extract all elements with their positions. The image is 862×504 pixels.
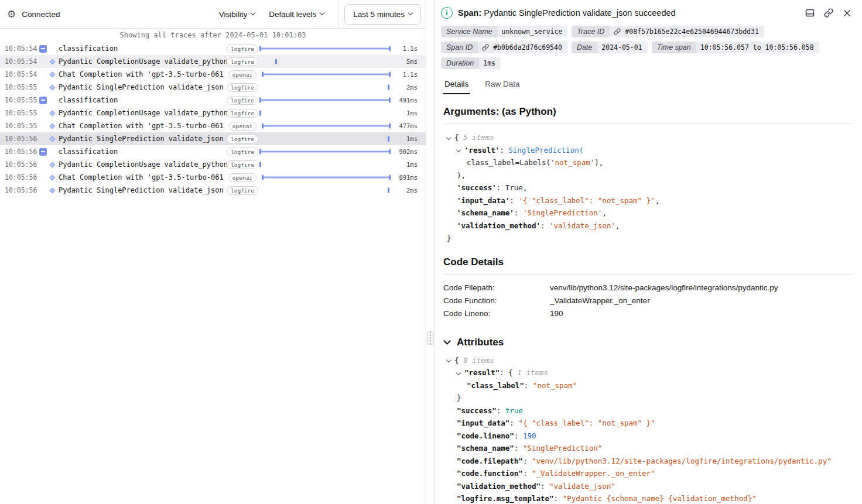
trace-row-time: 10:05:55 [0, 83, 35, 91]
settings-gear-icon[interactable]: ⚙ [7, 9, 16, 19]
span-details-content: Arguments: (as Python) { 5 items'result'… [435, 94, 862, 504]
trace-row-tag: openai [228, 173, 256, 182]
default-levels-dropdown[interactable]: Default levels [269, 10, 324, 19]
copy-link-icon[interactable] [824, 8, 833, 18]
time-range-dropdown[interactable]: Last 5 minutes [344, 4, 421, 25]
trace-row-tag-cell: logfire [228, 135, 257, 143]
info-icon: i [441, 7, 453, 19]
trace-row-label: Chat Completion with 'gpt-3.5-turbo-061 [59, 173, 228, 181]
attributes-heading[interactable]: Attributes [443, 337, 854, 348]
trace-row-icon-cell [35, 176, 59, 180]
trace-row[interactable]: 10:05:56classificationlogfire902ms [0, 145, 426, 158]
trace-row-bar [259, 112, 261, 114]
resize-grip-icon[interactable] [427, 331, 434, 345]
trace-row-time: 10:05:54 [0, 44, 35, 53]
collapse-chevron-icon [443, 337, 451, 345]
trace-row-tag-cell: openai [228, 70, 257, 79]
code-line: "class_label": "not_spam" [443, 379, 854, 392]
collapse-toggle-icon[interactable] [39, 45, 47, 53]
code-line: "logfire.msg_template": "Pydantic {schem… [443, 492, 854, 504]
badge-label: Trace ID [572, 26, 610, 37]
code-token: "_ValidateWrapper._on_enter" [532, 469, 655, 478]
code-token: "success" [457, 406, 497, 415]
trace-row-icon-cell [35, 148, 59, 156]
trace-row[interactable]: 10:05:55Pydantic CompletionUsage validat… [0, 107, 426, 119]
dock-panel-icon[interactable] [805, 8, 815, 18]
expand-chevron-icon[interactable] [456, 148, 461, 152]
code-detail-value: 190 [550, 307, 854, 320]
trace-row[interactable]: 10:05:56Chat Completion with 'gpt-3.5-tu… [0, 171, 426, 184]
trace-row-icon-cell [35, 188, 59, 193]
trace-row-tag: logfire [227, 186, 258, 195]
span-diamond-icon [50, 174, 56, 180]
trace-row-duration: 477ms [396, 122, 426, 129]
trace-row-bar [259, 164, 261, 166]
tab-raw-data[interactable]: Raw Data [484, 77, 521, 94]
code-token: : [541, 482, 549, 491]
span-details-header: i Span: Pydantic SinglePrediction valida… [435, 0, 862, 25]
code-token: 'not_spam' [550, 158, 594, 167]
trace-row[interactable]: 10:05:54Pydantic CompletionUsage validat… [0, 55, 426, 68]
span-diamond-icon [50, 136, 56, 142]
trace-row[interactable]: 10:05:56Pydantic SinglePrediction valida… [0, 132, 426, 145]
trace-row[interactable]: 10:05:54Chat Completion with 'gpt-3.5-tu… [0, 68, 426, 81]
trace-row[interactable]: 10:05:55Pydantic SinglePrediction valida… [0, 81, 426, 94]
visibility-label: Visibility [219, 10, 248, 19]
toolbar-divider [338, 0, 338, 28]
code-token: ), [594, 158, 603, 167]
trace-row-bar [388, 190, 389, 191]
expand-chevron-icon[interactable] [446, 358, 451, 362]
trace-row-icon-cell [35, 85, 59, 90]
link-icon [610, 26, 621, 37]
code-token: "venv/lib/python3.12/site-packages/logfi… [532, 457, 832, 465]
collapse-toggle-icon[interactable] [39, 97, 47, 104]
badge-label: Service Name [441, 26, 498, 37]
trace-row[interactable]: 10:05:56Pydantic CompletionUsage validat… [0, 158, 426, 171]
visibility-dropdown[interactable]: Visibility [219, 10, 255, 19]
span-diamond-icon [50, 187, 56, 193]
code-detail-row: Code Lineno:190 [443, 307, 854, 320]
span-meta-badge: Trace ID#08f57b165e22c4e625046944673bdd3… [572, 26, 764, 37]
trace-row[interactable]: 10:05:55classificationlogfire491ms [0, 94, 426, 107]
trace-row[interactable]: 10:05:54classificationlogfire1.1s [0, 42, 426, 55]
panel-resize-divider[interactable] [426, 0, 435, 504]
code-token: "code.function" [457, 469, 523, 478]
section-rule [443, 274, 854, 275]
trace-row[interactable]: 10:05:55Chat Completion with 'gpt-3.5-tu… [0, 119, 426, 132]
minus-dash [41, 151, 45, 152]
trace-row-tag: logfire [227, 160, 258, 169]
close-icon[interactable] [843, 9, 851, 18]
code-token: "code.lineno" [457, 431, 514, 440]
trace-row-tag: logfire [227, 57, 258, 66]
code-token: : [500, 146, 508, 155]
code-detail-label: Code Function: [443, 294, 550, 307]
badge-label: Date [572, 42, 597, 53]
code-token: ), [457, 171, 466, 180]
code-detail-label: Code Filepath: [443, 282, 550, 294]
trace-row-bar [259, 48, 391, 50]
expand-chevron-icon[interactable] [456, 370, 461, 375]
code-token: "{ "class_label": "not_spam" }" [518, 419, 655, 427]
trace-row-tag-cell: openai [228, 122, 257, 131]
link-icon [478, 42, 489, 53]
trace-row-time: 10:05:55 [0, 122, 35, 130]
trace-row-label: classification [59, 148, 228, 156]
span-diamond-icon [50, 123, 56, 129]
trace-explorer-panel: ⚙ Connected Visibility Default levels La… [0, 0, 426, 504]
trace-row-tag-cell: logfire [228, 186, 257, 195]
trace-row-label: classification [59, 96, 228, 104]
code-token: : [514, 431, 523, 440]
code-token: 'validation_method' [457, 221, 541, 230]
code-token: : [523, 469, 532, 478]
trace-row-duration: 491ms [396, 97, 426, 104]
badge-value: 2024-05-01 [597, 42, 647, 53]
code-detail-label: Code Lineno: [443, 307, 550, 320]
collapse-toggle-icon[interactable] [39, 148, 47, 156]
expand-chevron-icon[interactable] [446, 135, 451, 139]
trace-row-bar-track [259, 158, 391, 171]
trace-row[interactable]: 10:05:56Pydantic SinglePrediction valida… [0, 184, 426, 197]
explorer-toolbar: ⚙ Connected Visibility Default levels La… [0, 0, 426, 29]
tab-details[interactable]: Details [443, 77, 470, 94]
code-token: : [497, 406, 505, 415]
code-token: 'input_data' [457, 196, 509, 205]
